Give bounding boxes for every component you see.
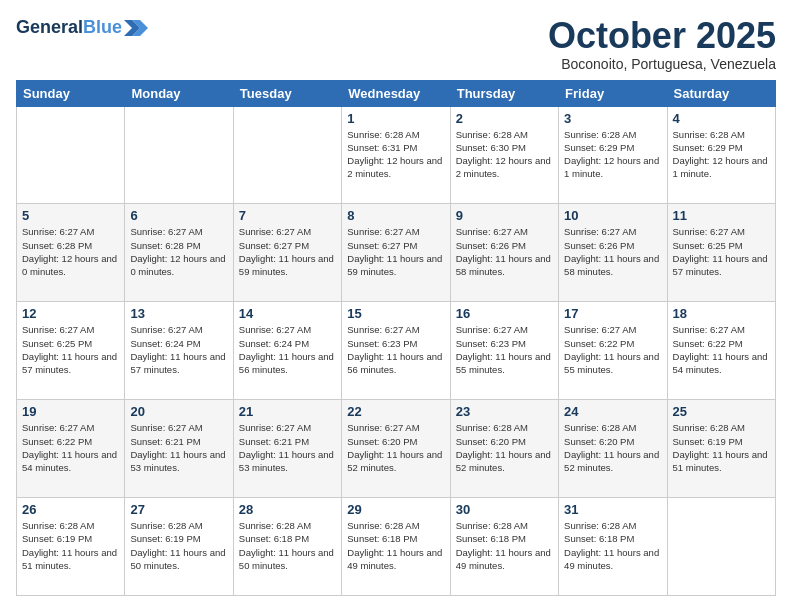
calendar-cell: 15Sunrise: 6:27 AMSunset: 6:23 PMDayligh…	[342, 302, 450, 400]
logo-text: GeneralBlue	[16, 18, 122, 38]
day-info: Sunrise: 6:28 AMSunset: 6:18 PMDaylight:…	[564, 519, 661, 572]
calendar-cell	[125, 106, 233, 204]
calendar-cell: 16Sunrise: 6:27 AMSunset: 6:23 PMDayligh…	[450, 302, 558, 400]
calendar-cell: 29Sunrise: 6:28 AMSunset: 6:18 PMDayligh…	[342, 498, 450, 596]
day-info: Sunrise: 6:27 AMSunset: 6:26 PMDaylight:…	[564, 225, 661, 278]
day-info: Sunrise: 6:27 AMSunset: 6:26 PMDaylight:…	[456, 225, 553, 278]
day-number: 11	[673, 208, 770, 223]
calendar-cell: 27Sunrise: 6:28 AMSunset: 6:19 PMDayligh…	[125, 498, 233, 596]
day-number: 10	[564, 208, 661, 223]
calendar-cell: 25Sunrise: 6:28 AMSunset: 6:19 PMDayligh…	[667, 400, 775, 498]
day-number: 20	[130, 404, 227, 419]
day-number: 21	[239, 404, 336, 419]
calendar-cell: 23Sunrise: 6:28 AMSunset: 6:20 PMDayligh…	[450, 400, 558, 498]
day-number: 24	[564, 404, 661, 419]
calendar-cell: 22Sunrise: 6:27 AMSunset: 6:20 PMDayligh…	[342, 400, 450, 498]
calendar-cell: 3Sunrise: 6:28 AMSunset: 6:29 PMDaylight…	[559, 106, 667, 204]
day-info: Sunrise: 6:27 AMSunset: 6:24 PMDaylight:…	[130, 323, 227, 376]
day-info: Sunrise: 6:28 AMSunset: 6:19 PMDaylight:…	[130, 519, 227, 572]
day-info: Sunrise: 6:28 AMSunset: 6:31 PMDaylight:…	[347, 128, 444, 181]
calendar-cell: 21Sunrise: 6:27 AMSunset: 6:21 PMDayligh…	[233, 400, 341, 498]
day-info: Sunrise: 6:27 AMSunset: 6:25 PMDaylight:…	[673, 225, 770, 278]
location: Boconoito, Portuguesa, Venezuela	[548, 56, 776, 72]
day-info: Sunrise: 6:27 AMSunset: 6:22 PMDaylight:…	[673, 323, 770, 376]
logo: GeneralBlue	[16, 16, 148, 40]
day-number: 17	[564, 306, 661, 321]
weekday-header-saturday: Saturday	[667, 80, 775, 106]
day-info: Sunrise: 6:28 AMSunset: 6:18 PMDaylight:…	[456, 519, 553, 572]
calendar-cell: 1Sunrise: 6:28 AMSunset: 6:31 PMDaylight…	[342, 106, 450, 204]
day-number: 30	[456, 502, 553, 517]
calendar-cell: 4Sunrise: 6:28 AMSunset: 6:29 PMDaylight…	[667, 106, 775, 204]
day-info: Sunrise: 6:28 AMSunset: 6:20 PMDaylight:…	[456, 421, 553, 474]
day-number: 26	[22, 502, 119, 517]
day-info: Sunrise: 6:27 AMSunset: 6:25 PMDaylight:…	[22, 323, 119, 376]
weekday-header-friday: Friday	[559, 80, 667, 106]
day-number: 25	[673, 404, 770, 419]
week-row-1: 5Sunrise: 6:27 AMSunset: 6:28 PMDaylight…	[17, 204, 776, 302]
day-info: Sunrise: 6:27 AMSunset: 6:28 PMDaylight:…	[130, 225, 227, 278]
day-info: Sunrise: 6:28 AMSunset: 6:19 PMDaylight:…	[673, 421, 770, 474]
calendar-cell: 12Sunrise: 6:27 AMSunset: 6:25 PMDayligh…	[17, 302, 125, 400]
day-info: Sunrise: 6:27 AMSunset: 6:24 PMDaylight:…	[239, 323, 336, 376]
day-info: Sunrise: 6:28 AMSunset: 6:19 PMDaylight:…	[22, 519, 119, 572]
day-number: 14	[239, 306, 336, 321]
day-info: Sunrise: 6:27 AMSunset: 6:23 PMDaylight:…	[347, 323, 444, 376]
day-number: 31	[564, 502, 661, 517]
day-info: Sunrise: 6:28 AMSunset: 6:29 PMDaylight:…	[564, 128, 661, 181]
day-info: Sunrise: 6:28 AMSunset: 6:18 PMDaylight:…	[239, 519, 336, 572]
day-info: Sunrise: 6:27 AMSunset: 6:27 PMDaylight:…	[347, 225, 444, 278]
month-title: October 2025	[548, 16, 776, 56]
calendar-cell	[667, 498, 775, 596]
day-number: 7	[239, 208, 336, 223]
weekday-header-wednesday: Wednesday	[342, 80, 450, 106]
day-number: 16	[456, 306, 553, 321]
calendar-cell: 2Sunrise: 6:28 AMSunset: 6:30 PMDaylight…	[450, 106, 558, 204]
calendar-cell: 24Sunrise: 6:28 AMSunset: 6:20 PMDayligh…	[559, 400, 667, 498]
day-info: Sunrise: 6:27 AMSunset: 6:21 PMDaylight:…	[130, 421, 227, 474]
calendar-cell	[233, 106, 341, 204]
calendar-cell: 13Sunrise: 6:27 AMSunset: 6:24 PMDayligh…	[125, 302, 233, 400]
day-number: 28	[239, 502, 336, 517]
page: GeneralBlue October 2025 Boconoito, Port…	[0, 0, 792, 612]
title-block: October 2025 Boconoito, Portuguesa, Vene…	[548, 16, 776, 72]
day-info: Sunrise: 6:28 AMSunset: 6:20 PMDaylight:…	[564, 421, 661, 474]
day-number: 27	[130, 502, 227, 517]
day-info: Sunrise: 6:27 AMSunset: 6:27 PMDaylight:…	[239, 225, 336, 278]
calendar-cell: 9Sunrise: 6:27 AMSunset: 6:26 PMDaylight…	[450, 204, 558, 302]
calendar-cell: 26Sunrise: 6:28 AMSunset: 6:19 PMDayligh…	[17, 498, 125, 596]
day-number: 8	[347, 208, 444, 223]
calendar-cell: 17Sunrise: 6:27 AMSunset: 6:22 PMDayligh…	[559, 302, 667, 400]
calendar-cell: 19Sunrise: 6:27 AMSunset: 6:22 PMDayligh…	[17, 400, 125, 498]
week-row-3: 19Sunrise: 6:27 AMSunset: 6:22 PMDayligh…	[17, 400, 776, 498]
day-number: 6	[130, 208, 227, 223]
calendar-cell: 11Sunrise: 6:27 AMSunset: 6:25 PMDayligh…	[667, 204, 775, 302]
weekday-header-monday: Monday	[125, 80, 233, 106]
calendar-cell: 20Sunrise: 6:27 AMSunset: 6:21 PMDayligh…	[125, 400, 233, 498]
calendar-cell: 18Sunrise: 6:27 AMSunset: 6:22 PMDayligh…	[667, 302, 775, 400]
calendar-cell: 14Sunrise: 6:27 AMSunset: 6:24 PMDayligh…	[233, 302, 341, 400]
day-info: Sunrise: 6:27 AMSunset: 6:22 PMDaylight:…	[22, 421, 119, 474]
day-number: 4	[673, 111, 770, 126]
calendar-table: SundayMondayTuesdayWednesdayThursdayFrid…	[16, 80, 776, 596]
calendar-cell: 7Sunrise: 6:27 AMSunset: 6:27 PMDaylight…	[233, 204, 341, 302]
day-number: 15	[347, 306, 444, 321]
calendar-cell: 8Sunrise: 6:27 AMSunset: 6:27 PMDaylight…	[342, 204, 450, 302]
day-number: 1	[347, 111, 444, 126]
weekday-header-tuesday: Tuesday	[233, 80, 341, 106]
day-info: Sunrise: 6:28 AMSunset: 6:18 PMDaylight:…	[347, 519, 444, 572]
calendar-cell: 6Sunrise: 6:27 AMSunset: 6:28 PMDaylight…	[125, 204, 233, 302]
day-number: 18	[673, 306, 770, 321]
logo-icon	[124, 16, 148, 40]
weekday-header-row: SundayMondayTuesdayWednesdayThursdayFrid…	[17, 80, 776, 106]
calendar-cell: 10Sunrise: 6:27 AMSunset: 6:26 PMDayligh…	[559, 204, 667, 302]
day-info: Sunrise: 6:27 AMSunset: 6:20 PMDaylight:…	[347, 421, 444, 474]
day-number: 5	[22, 208, 119, 223]
day-number: 19	[22, 404, 119, 419]
week-row-2: 12Sunrise: 6:27 AMSunset: 6:25 PMDayligh…	[17, 302, 776, 400]
calendar-cell: 5Sunrise: 6:27 AMSunset: 6:28 PMDaylight…	[17, 204, 125, 302]
day-number: 22	[347, 404, 444, 419]
day-info: Sunrise: 6:27 AMSunset: 6:28 PMDaylight:…	[22, 225, 119, 278]
day-number: 9	[456, 208, 553, 223]
calendar-cell	[17, 106, 125, 204]
